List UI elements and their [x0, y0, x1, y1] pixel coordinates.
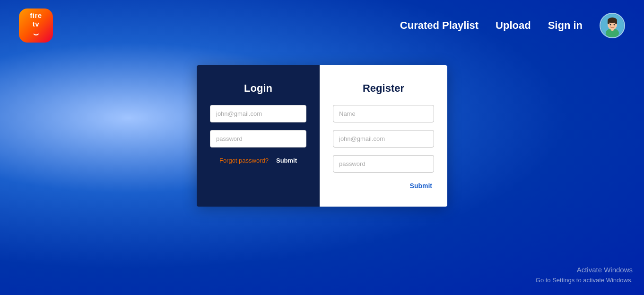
login-submit-button[interactable]: Submit — [276, 157, 297, 164]
login-panel: Login Forgot password? Submit — [197, 65, 320, 207]
login-password-input[interactable] — [210, 130, 306, 148]
login-actions: Forgot password? Submit — [210, 157, 306, 164]
register-title: Register — [363, 82, 404, 95]
register-password-input[interactable] — [333, 155, 434, 173]
login-title: Login — [244, 82, 272, 95]
firetv-logo[interactable]: fire tv ⌣ — [19, 9, 53, 43]
register-email-input[interactable] — [333, 130, 434, 148]
svg-rect-5 — [608, 20, 609, 24]
sign-in-link[interactable]: Sign in — [548, 19, 583, 32]
login-email-input[interactable] — [210, 105, 306, 122]
curated-playlist-link[interactable]: Curated Playlist — [400, 19, 479, 32]
avatar[interactable] — [600, 13, 625, 38]
svg-rect-6 — [615, 20, 617, 24]
register-panel: Register Submit — [320, 65, 447, 207]
windows-activation-notice: Activate Windows Go to Settings to activ… — [536, 264, 633, 286]
windows-activation-title: Activate Windows — [536, 264, 633, 276]
svg-point-7 — [610, 24, 611, 26]
forgot-password-link[interactable]: Forgot password? — [219, 157, 269, 164]
svg-point-8 — [614, 24, 615, 26]
logo-wrap: fire tv ⌣ — [19, 9, 53, 43]
main-content: Login Forgot password? Submit Register S… — [0, 51, 644, 207]
avatar-icon — [601, 14, 624, 37]
register-name-input[interactable] — [333, 105, 434, 122]
upload-link[interactable]: Upload — [496, 19, 531, 32]
logo-text-fire: fire — [30, 11, 42, 20]
auth-container: Login Forgot password? Submit Register S… — [197, 65, 447, 207]
register-submit-button[interactable]: Submit — [410, 182, 432, 190]
logo-text-tv: tv — [33, 20, 39, 28]
nav-links: Curated Playlist Upload Sign in — [400, 13, 625, 38]
logo-smile-icon: ⌣ — [33, 29, 39, 40]
navbar: fire tv ⌣ Curated Playlist Upload Sign i… — [0, 0, 644, 51]
windows-activation-body: Go to Settings to activate Windows. — [536, 276, 633, 286]
